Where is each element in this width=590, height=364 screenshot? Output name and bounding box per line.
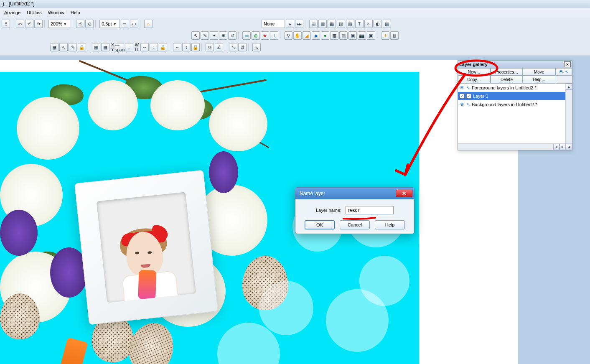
close-icon[interactable]: × <box>564 61 571 67</box>
swatch-icon[interactable]: ▩ <box>330 31 338 40</box>
bucket-icon[interactable]: ◢ <box>303 31 311 40</box>
align-3-icon[interactable]: ▦ <box>328 20 336 28</box>
rect-shape-icon[interactable]: ▭ <box>242 31 251 40</box>
checkbox-visible[interactable]: ✓ <box>460 94 465 99</box>
fill-none-select[interactable]: None <box>262 20 285 28</box>
y-val-icon[interactable]: ↕ <box>125 43 133 51</box>
lg-new-button[interactable]: New… <box>458 68 491 76</box>
layer-gallery-titlebar[interactable]: Layer gallery × <box>458 61 572 68</box>
play-icon[interactable]: ▸ <box>286 20 294 28</box>
scroll-left-icon[interactable]: ◂ <box>553 144 559 150</box>
curve-icon[interactable]: ∿ <box>59 43 68 51</box>
bin-icon[interactable]: 🗑 <box>390 31 399 40</box>
circle-icon[interactable]: ● <box>321 31 329 40</box>
lg-delete-button[interactable]: Delete <box>491 76 523 83</box>
lg-help-button[interactable]: Help… <box>523 76 555 83</box>
align-5-icon[interactable]: ▨ <box>346 20 354 28</box>
dialog-titlebar[interactable]: Name layer ✕ <box>295 188 414 199</box>
warp-icon[interactable]: ◐ <box>374 20 382 28</box>
render-icon[interactable]: ✺ <box>219 31 227 40</box>
globe-icon[interactable]: ◍ <box>252 31 260 40</box>
menu-arrange[interactable]: Arrange <box>2 10 23 15</box>
lg-toggle-icons[interactable]: 👁 ↖ <box>555 68 572 76</box>
photo1-icon[interactable]: ▣ <box>348 31 357 40</box>
lg-move-button[interactable]: Move <box>523 68 555 76</box>
resize-grip-icon[interactable]: ◢ <box>566 144 572 150</box>
checkbox-editable[interactable]: ✓ <box>466 94 471 99</box>
x-val-icon[interactable]: —span <box>116 43 124 51</box>
layer-row-layer1[interactable]: ✓ ✓ Layer 1 <box>458 92 572 100</box>
arrow-style-icon[interactable]: ↤ <box>130 20 138 28</box>
align-1-icon[interactable]: ▤ <box>309 20 318 28</box>
angle-icon[interactable]: ∠ <box>215 43 223 51</box>
grid-icon[interactable]: ▦ <box>383 20 391 28</box>
cancel-button[interactable]: Cancel <box>340 220 370 229</box>
redo-icon[interactable]: ↷ <box>34 20 43 28</box>
hand-icon[interactable]: ✋ <box>293 31 302 40</box>
scale-y-icon[interactable]: ↕ <box>182 43 191 51</box>
crocus-decor <box>209 151 238 193</box>
zoom-fit-icon[interactable]: ⊙ <box>85 20 94 28</box>
fast-icon[interactable]: ▸▸ <box>295 20 303 28</box>
book-icon[interactable]: ▤ <box>339 31 348 40</box>
layer-group-foreground[interactable]: 👁 ↖ Foreground layers in Untitled2 * <box>458 84 572 92</box>
wand-icon[interactable]: ✦ <box>210 31 218 40</box>
zoom-select[interactable]: 200%▾ <box>48 20 70 28</box>
w-val-icon[interactable]: ↔ <box>140 43 149 51</box>
lg-properties-button[interactable]: Properties… <box>491 68 523 76</box>
separator <box>238 32 241 39</box>
layer-group-background[interactable]: 👁 ↖ Background layers in Untitled2 * <box>458 100 572 109</box>
link-icon[interactable]: ⚲ <box>284 31 292 40</box>
type-icon[interactable]: T <box>270 31 278 40</box>
dialog-close-button[interactable]: ✕ <box>396 190 412 197</box>
layer-list-scrollbar[interactable]: ▴ ▾ <box>565 84 572 150</box>
menu-utilities[interactable]: Utilities <box>24 10 44 15</box>
scale-x-icon[interactable]: ↔ <box>173 43 181 51</box>
menu-window[interactable]: Window <box>46 10 67 15</box>
star2-icon[interactable]: ✶ <box>381 31 389 40</box>
layer-gallery-panel: Layer gallery × New… Properties… Move 👁 … <box>458 60 572 150</box>
help-button[interactable]: Help <box>375 220 405 229</box>
align-4-icon[interactable]: ▧ <box>337 20 345 28</box>
replace-icon[interactable]: ↺ <box>228 31 237 40</box>
marquee-icon[interactable]: ▦ <box>50 43 58 51</box>
scroll-up-icon[interactable]: ▴ <box>566 84 572 90</box>
stroke-width-select[interactable]: 0,5pt▾ <box>99 20 120 28</box>
magnet-snap-icon[interactable]: ∩ <box>144 20 153 28</box>
pointer-icon[interactable]: ↖ <box>466 85 470 91</box>
scroll-right-icon[interactable]: ▸ <box>559 144 566 150</box>
eye-icon[interactable]: 👁 <box>460 85 465 91</box>
blend-icon[interactable]: ◆ <box>312 31 320 40</box>
align-2-icon[interactable]: ▥ <box>318 20 327 28</box>
lock-icon[interactable]: 🔒 <box>78 43 86 51</box>
h-val-icon[interactable]: ↕ <box>150 43 158 51</box>
export-icon[interactable]: ⇪ <box>2 20 10 28</box>
measure-a-icon[interactable]: ▦ <box>92 43 100 51</box>
rotate-icon[interactable]: ⟳ <box>206 43 214 51</box>
lock-scale-icon[interactable]: 🔒 <box>191 43 200 51</box>
photo2-icon[interactable]: ▣ <box>367 31 375 40</box>
flip-v-icon[interactable]: ⇵ <box>238 43 247 51</box>
scissors-icon[interactable]: ✁ <box>364 20 373 28</box>
measure-b-icon[interactable]: ▦ <box>101 43 109 51</box>
undo-icon[interactable]: ↶ <box>25 20 33 28</box>
pin-icon[interactable]: ✎ <box>69 43 77 51</box>
zoom-prev-icon[interactable]: ⟲ <box>76 20 84 28</box>
lg-copy-button[interactable]: Copy… <box>458 76 491 83</box>
layer-name-input[interactable] <box>346 206 394 214</box>
select-tool-icon[interactable]: ↖ <box>191 31 200 40</box>
text-tool-icon[interactable]: T <box>355 20 364 28</box>
star-icon[interactable]: ★ <box>261 31 269 40</box>
line-style-icon[interactable]: ━ <box>121 20 129 28</box>
cut-icon[interactable]: ✂ <box>16 20 24 28</box>
layer-gallery-resize-bar[interactable]: ◂ ▸ ◢ <box>458 143 572 150</box>
lock-ratio-icon[interactable]: 🔒 <box>159 43 167 51</box>
ok-button[interactable]: OK <box>305 220 335 229</box>
skew-icon[interactable]: ↘ <box>252 43 261 51</box>
eye-icon[interactable]: 👁 <box>460 102 465 107</box>
brush-icon[interactable]: ✎ <box>201 31 209 40</box>
pointer-icon[interactable]: ↖ <box>466 102 470 107</box>
menu-help[interactable]: Help <box>68 10 83 15</box>
flip-h-icon[interactable]: ⇋ <box>229 43 237 51</box>
camera-icon[interactable]: 📷 <box>358 31 366 40</box>
